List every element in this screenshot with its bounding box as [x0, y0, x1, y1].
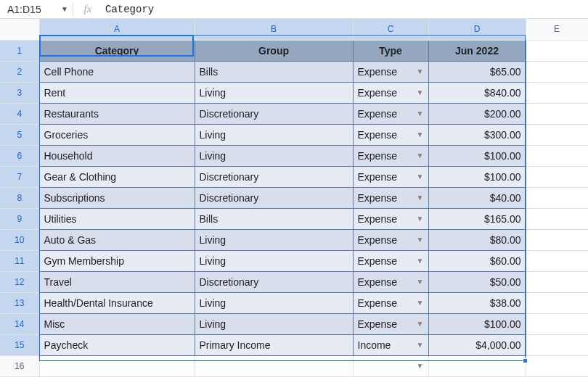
chevron-down-icon[interactable]: ▼	[412, 341, 424, 349]
type-dropdown[interactable]: Expense▼	[358, 251, 424, 271]
cell-B12[interactable]: Discretionary	[195, 271, 353, 292]
cell-C6[interactable]: Expense▼	[353, 145, 428, 166]
cell-C1[interactable]: Type	[353, 40, 428, 61]
cell-A5[interactable]: Groceries	[39, 124, 195, 145]
chevron-down-icon[interactable]: ▼	[412, 67, 424, 75]
row-header[interactable]: 15	[0, 334, 39, 355]
cell-C9[interactable]: Expense▼	[353, 208, 428, 229]
cell-C2[interactable]: Expense▼	[353, 61, 428, 82]
row-header[interactable]: 3	[0, 82, 39, 103]
spreadsheet-grid[interactable]: A B C D E 1CategoryGroupTypeJun 20222Cel…	[0, 19, 588, 377]
chevron-down-icon[interactable]: ▼	[412, 131, 424, 138]
cell-D2[interactable]: $65.00	[428, 61, 526, 82]
cell-E2[interactable]	[526, 61, 588, 82]
cell-A14[interactable]: Misc	[39, 313, 195, 334]
cell-D4[interactable]: $200.00	[428, 103, 526, 124]
cell-A6[interactable]: Household	[39, 145, 195, 166]
row-header[interactable]: 1	[0, 40, 39, 61]
cell-E3[interactable]	[526, 82, 588, 103]
chevron-down-icon[interactable]: ▼	[412, 109, 424, 117]
cell-E14[interactable]	[526, 313, 588, 334]
cell-E7[interactable]	[526, 166, 588, 187]
type-dropdown[interactable]: Expense▼	[358, 293, 424, 313]
cell-B8[interactable]: Discretionary	[195, 187, 353, 208]
fill-handle[interactable]	[523, 358, 528, 363]
chevron-down-icon[interactable]: ▼	[412, 257, 424, 265]
cell-D8[interactable]: $40.00	[428, 187, 526, 208]
cell-C4[interactable]: Expense▼	[353, 103, 428, 124]
column-header-D[interactable]: D	[428, 19, 526, 40]
cell-B3[interactable]: Living	[195, 82, 353, 103]
chevron-down-icon[interactable]: ▼	[412, 278, 424, 286]
column-header-A[interactable]: A	[39, 19, 195, 40]
type-dropdown[interactable]: Expense▼	[358, 83, 424, 103]
cell-A9[interactable]: Utilities	[39, 208, 195, 229]
cell-A16[interactable]	[39, 355, 195, 376]
cell-D9[interactable]: $165.00	[428, 208, 526, 229]
type-dropdown[interactable]: Expense▼	[358, 125, 424, 145]
cell-C10[interactable]: Expense▼	[353, 229, 428, 250]
chevron-down-icon[interactable]: ▼	[412, 299, 424, 307]
cell-D7[interactable]: $100.00	[428, 166, 526, 187]
cell-E1[interactable]	[526, 40, 588, 61]
chevron-down-icon[interactable]: ▼	[412, 173, 424, 181]
cell-C7[interactable]: Expense▼	[353, 166, 428, 187]
cell-E6[interactable]	[526, 145, 588, 166]
cell-B11[interactable]: Living	[195, 250, 353, 271]
cell-E4[interactable]	[526, 103, 588, 124]
chevron-down-icon[interactable]: ▼	[412, 194, 424, 202]
row-header[interactable]: 4	[0, 103, 39, 124]
cell-D5[interactable]: $300.00	[428, 124, 526, 145]
column-header-C[interactable]: C	[353, 19, 428, 40]
cell-D6[interactable]: $100.00	[428, 145, 526, 166]
cell-A8[interactable]: Subscriptions	[39, 187, 195, 208]
cell-C16[interactable]: ▼	[353, 355, 428, 376]
cell-D14[interactable]: $100.00	[428, 313, 526, 334]
cell-D1[interactable]: Jun 2022	[428, 40, 526, 61]
type-dropdown[interactable]: Expense▼	[358, 209, 424, 229]
chevron-down-icon[interactable]: ▼	[412, 362, 424, 370]
cell-C15[interactable]: Income▼	[353, 334, 428, 355]
row-header[interactable]: 10	[0, 229, 39, 250]
column-header-E[interactable]: E	[526, 19, 588, 40]
type-dropdown[interactable]: Expense▼	[358, 104, 424, 124]
cell-E13[interactable]	[526, 292, 588, 313]
row-header[interactable]: 9	[0, 208, 39, 229]
cell-B10[interactable]: Living	[195, 229, 353, 250]
fx-icon[interactable]: fx	[73, 3, 102, 15]
cell-A3[interactable]: Rent	[39, 82, 195, 103]
cell-E9[interactable]	[526, 208, 588, 229]
formula-bar-input[interactable]: Category	[102, 4, 588, 15]
cell-A13[interactable]: Health/Dental Insurance	[39, 292, 195, 313]
type-dropdown[interactable]: Expense▼	[358, 230, 424, 250]
type-dropdown[interactable]: Expense▼	[358, 314, 424, 334]
row-header[interactable]: 6	[0, 145, 39, 166]
cell-B4[interactable]: Discretionary	[195, 103, 353, 124]
cell-E8[interactable]	[526, 187, 588, 208]
cell-D11[interactable]: $60.00	[428, 250, 526, 271]
select-all-corner[interactable]	[0, 19, 39, 40]
cell-B7[interactable]: Discretionary	[195, 166, 353, 187]
type-dropdown[interactable]: Expense▼	[358, 167, 424, 187]
row-header[interactable]: 5	[0, 124, 39, 145]
cell-B6[interactable]: Living	[195, 145, 353, 166]
cell-B5[interactable]: Living	[195, 124, 353, 145]
cell-D3[interactable]: $840.00	[428, 82, 526, 103]
row-header[interactable]: 7	[0, 166, 39, 187]
cell-A4[interactable]: Restaurants	[39, 103, 195, 124]
row-header[interactable]: 13	[0, 292, 39, 313]
row-header[interactable]: 11	[0, 250, 39, 271]
cell-E16[interactable]	[526, 355, 588, 376]
type-dropdown[interactable]: Expense▼	[358, 62, 424, 82]
cell-E15[interactable]	[526, 334, 588, 355]
cell-B14[interactable]: Living	[195, 313, 353, 334]
cell-A11[interactable]: Gym Membership	[39, 250, 195, 271]
row-header[interactable]: 14	[0, 313, 39, 334]
chevron-down-icon[interactable]: ▼	[412, 88, 424, 96]
cell-C13[interactable]: Expense▼	[353, 292, 428, 313]
cell-B1[interactable]: Group	[195, 40, 353, 61]
chevron-down-icon[interactable]: ▼	[412, 215, 424, 223]
cell-E10[interactable]	[526, 229, 588, 250]
type-dropdown[interactable]: Expense▼	[358, 188, 424, 208]
chevron-down-icon[interactable]: ▼	[61, 5, 68, 13]
